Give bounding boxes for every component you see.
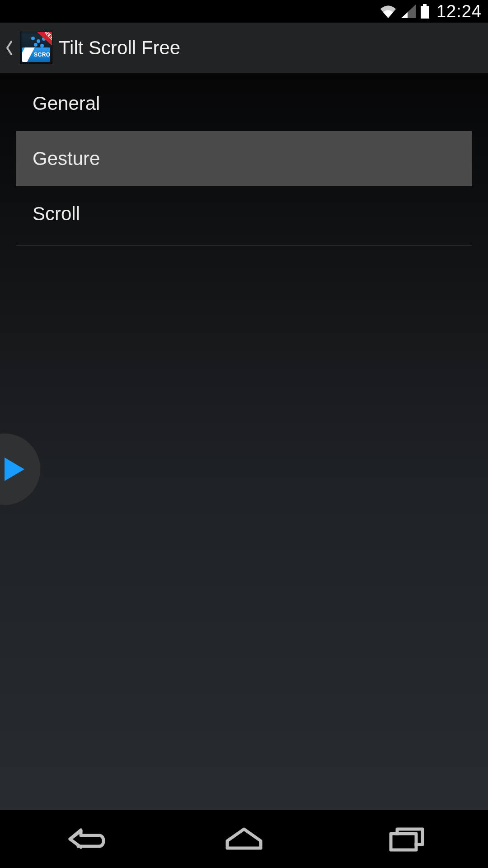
- svg-marker-4: [5, 458, 24, 481]
- navigation-bar: [0, 810, 488, 868]
- cellular-signal-icon: [401, 5, 416, 18]
- list-divider: [16, 245, 472, 245]
- up-caret-icon[interactable]: [5, 40, 14, 56]
- recents-icon: [386, 826, 427, 853]
- settings-item-scroll[interactable]: Scroll: [16, 186, 472, 241]
- settings-item-label: Gesture: [33, 148, 100, 170]
- settings-list: General Gesture Scroll: [0, 73, 488, 245]
- nav-back-button[interactable]: [36, 810, 127, 868]
- settings-item-general[interactable]: General: [16, 76, 472, 131]
- play-icon: [3, 457, 25, 482]
- page-title: Tilt Scroll Free: [59, 37, 180, 59]
- home-icon: [224, 826, 264, 853]
- nav-recents-button[interactable]: [361, 810, 452, 868]
- back-icon: [56, 826, 106, 853]
- scroll-plate: SCROLL: [22, 47, 50, 62]
- scroll-plate-text: SCROLL: [34, 52, 50, 58]
- wifi-icon: [380, 5, 397, 18]
- svg-rect-3: [421, 6, 429, 19]
- action-bar[interactable]: FREE SCROLL Tilt Scroll Free: [0, 23, 488, 73]
- svg-rect-6: [391, 834, 416, 850]
- nav-home-button[interactable]: [199, 810, 289, 868]
- settings-item-gesture[interactable]: Gesture: [16, 131, 472, 186]
- status-bar: 12:24: [0, 0, 488, 23]
- status-clock: 12:24: [436, 2, 482, 21]
- svg-marker-0: [401, 5, 416, 18]
- settings-item-label: Scroll: [33, 203, 80, 225]
- app-icon: FREE SCROLL: [20, 32, 52, 64]
- battery-icon: [420, 4, 429, 19]
- play-button[interactable]: [0, 433, 41, 505]
- svg-rect-2: [423, 4, 427, 6]
- settings-item-label: General: [33, 93, 100, 114]
